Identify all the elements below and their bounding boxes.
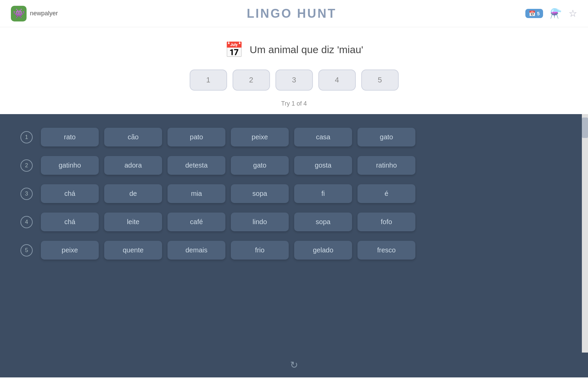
word-button[interactable]: sopa [294, 213, 352, 231]
refresh-area: ↻ [0, 353, 588, 377]
word-button[interactable]: peixe [231, 128, 289, 146]
word-button[interactable]: fi [294, 184, 352, 203]
word-button[interactable]: ratinho [357, 156, 415, 175]
header: 👾 newpalyer LINGO HUNT 📅 5 ⚗️ ☆ [0, 0, 588, 27]
word-button[interactable]: gato [231, 156, 289, 175]
word-button[interactable]: adora [104, 156, 162, 175]
refresh-icon[interactable]: ↻ [290, 359, 298, 371]
letter-box-2[interactable]: 2 [233, 69, 270, 91]
avatar: 👾 [11, 6, 27, 21]
header-icons: 📅 5 ⚗️ ☆ [525, 8, 577, 19]
letter-box-1-label: 1 [206, 76, 210, 84]
letter-box-1[interactable]: 1 [190, 69, 227, 91]
word-button[interactable]: casa [294, 128, 352, 146]
clue-row: 📅 Um animal que diz 'miau' [225, 41, 363, 59]
app-title: LINGO HUNT [247, 6, 337, 21]
row-number-5: 5 [20, 244, 33, 256]
star-icon[interactable]: ☆ [569, 8, 577, 19]
word-button[interactable]: pato [168, 128, 225, 146]
row-number-1: 1 [20, 131, 33, 143]
word-button[interactable]: mia [168, 184, 225, 203]
word-button[interactable]: é [357, 184, 415, 203]
clue-text: Um animal que diz 'miau' [250, 44, 363, 56]
word-button[interactable]: lindo [231, 213, 289, 231]
word-button[interactable]: cão [104, 128, 162, 146]
word-button[interactable]: quente [104, 241, 162, 260]
word-button[interactable]: chá [41, 213, 99, 231]
potion-icon[interactable]: ⚗️ [550, 8, 562, 19]
letter-boxes: 1 2 3 4 5 [190, 69, 399, 91]
word-button[interactable]: rato [41, 128, 99, 146]
letter-box-2-label: 2 [249, 76, 253, 84]
word-button[interactable]: gosta [294, 156, 352, 175]
word-button[interactable]: fresco [357, 241, 415, 260]
clue-calendar-icon: 📅 [225, 41, 243, 59]
header-left: 👾 newpalyer [11, 6, 58, 21]
lower-area: 1 rato cão pato peixe casa gato 2 gatinh… [0, 114, 588, 353]
word-row-4: 4 chá leite café lindo sopa fofo [20, 213, 568, 231]
username: newpalyer [30, 10, 58, 17]
word-button[interactable]: peixe [41, 241, 99, 260]
word-button[interactable]: detesta [168, 156, 225, 175]
letter-box-5[interactable]: 5 [361, 69, 399, 91]
word-button[interactable]: chá [41, 184, 99, 203]
row-number-3: 3 [20, 188, 33, 200]
row-number-4: 4 [20, 216, 33, 228]
word-row-5: 5 peixe quente demais frio gelado fresco [20, 241, 568, 260]
scrollbar-thumb[interactable] [582, 118, 588, 138]
word-button[interactable]: gelado [294, 241, 352, 260]
word-button[interactable]: sopa [231, 184, 289, 203]
calendar-number: 5 [537, 11, 540, 16]
scrollbar[interactable] [582, 114, 588, 353]
word-button[interactable]: gatinho [41, 156, 99, 175]
row-number-2: 2 [20, 159, 33, 172]
word-button[interactable]: café [168, 213, 225, 231]
letter-box-5-label: 5 [378, 76, 382, 84]
word-row-2: 2 gatinho adora detesta gato gosta ratin… [20, 156, 568, 175]
word-button[interactable]: frio [231, 241, 289, 260]
word-button[interactable]: de [104, 184, 162, 203]
word-button[interactable]: fofo [357, 213, 415, 231]
letter-box-3[interactable]: 3 [275, 69, 313, 91]
letter-box-4-label: 4 [335, 76, 339, 84]
upper-area: 📅 Um animal que diz 'miau' 1 2 3 4 5 Try… [0, 27, 588, 114]
calendar-badge[interactable]: 📅 5 [525, 9, 543, 18]
word-button[interactable]: leite [104, 213, 162, 231]
word-button[interactable]: demais [168, 241, 225, 260]
try-counter: Try 1 of 4 [281, 100, 307, 107]
letter-box-3-label: 3 [292, 76, 296, 84]
word-row-3: 3 chá de mia sopa fi é [20, 184, 568, 203]
word-row-1: 1 rato cão pato peixe casa gato [20, 128, 568, 146]
letter-box-4[interactable]: 4 [318, 69, 356, 91]
word-button[interactable]: gato [357, 128, 415, 146]
